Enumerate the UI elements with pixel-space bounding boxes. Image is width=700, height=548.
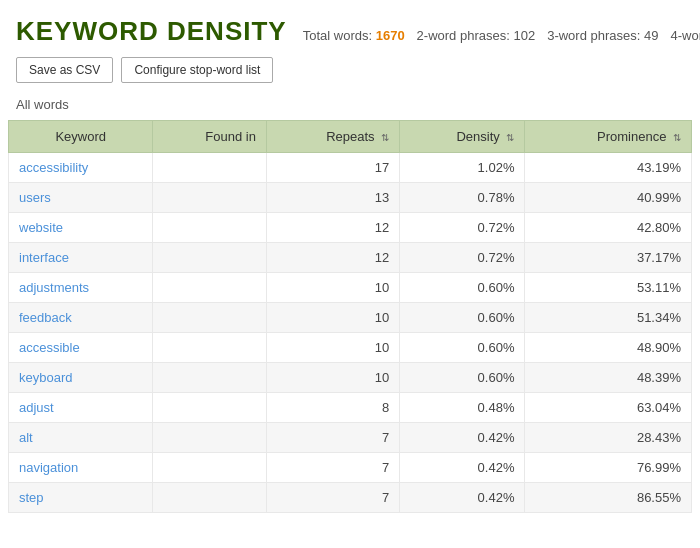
total-words-value: 1670 (376, 28, 405, 43)
phrase4-label: 4-word p (670, 28, 700, 43)
density-cell: 0.60% (400, 273, 525, 303)
density-cell: 0.60% (400, 363, 525, 393)
found-in-cell (153, 363, 267, 393)
table-row: interface120.72%37.17% (9, 243, 692, 273)
keyword-table: Keyword Found in Repeats ⇅ Density ⇅ Pro… (8, 120, 692, 513)
total-words-label: Total words: (303, 28, 372, 43)
density-cell: 0.72% (400, 213, 525, 243)
prominence-cell: 48.39% (525, 363, 692, 393)
col-found-in[interactable]: Found in (153, 121, 267, 153)
prominence-cell: 42.80% (525, 213, 692, 243)
table-row: users130.78%40.99% (9, 183, 692, 213)
stats-bar: Total words: 1670 2-word phrases: 102 3-… (303, 28, 700, 43)
prominence-sort-icon: ⇅ (673, 132, 681, 143)
col-keyword: Keyword (9, 121, 153, 153)
found-in-cell (153, 213, 267, 243)
keyword-cell[interactable]: accessibility (9, 153, 153, 183)
prominence-cell: 37.17% (525, 243, 692, 273)
configure-stopword-button[interactable]: Configure stop-word list (121, 57, 273, 83)
repeats-cell: 13 (266, 183, 399, 213)
keyword-cell[interactable]: adjust (9, 393, 153, 423)
prominence-cell: 40.99% (525, 183, 692, 213)
repeats-cell: 17 (266, 153, 399, 183)
found-in-cell (153, 303, 267, 333)
keyword-table-wrap: Keyword Found in Repeats ⇅ Density ⇅ Pro… (0, 120, 700, 513)
keyword-cell[interactable]: step (9, 483, 153, 513)
density-cell: 0.42% (400, 453, 525, 483)
table-row: website120.72%42.80% (9, 213, 692, 243)
total-words-stat: Total words: 1670 (303, 28, 405, 43)
repeats-cell: 7 (266, 483, 399, 513)
repeats-cell: 10 (266, 363, 399, 393)
prominence-cell: 51.34% (525, 303, 692, 333)
density-cell: 0.42% (400, 423, 525, 453)
prominence-cell: 86.55% (525, 483, 692, 513)
found-in-cell (153, 153, 267, 183)
keyword-cell[interactable]: interface (9, 243, 153, 273)
density-cell: 0.72% (400, 243, 525, 273)
density-label: Density (456, 129, 499, 144)
keyword-cell[interactable]: navigation (9, 453, 153, 483)
keyword-cell[interactable]: adjustments (9, 273, 153, 303)
phrase3-stat: 3-word phrases: 49 (547, 28, 658, 43)
repeats-cell: 7 (266, 423, 399, 453)
repeats-cell: 10 (266, 273, 399, 303)
table-row: alt70.42%28.43% (9, 423, 692, 453)
col-density[interactable]: Density ⇅ (400, 121, 525, 153)
keyword-cell[interactable]: accessible (9, 333, 153, 363)
col-repeats[interactable]: Repeats ⇅ (266, 121, 399, 153)
found-in-cell (153, 243, 267, 273)
table-row: keyboard100.60%48.39% (9, 363, 692, 393)
density-cell: 0.48% (400, 393, 525, 423)
density-cell: 0.42% (400, 483, 525, 513)
toolbar: Save as CSV Configure stop-word list (0, 57, 700, 93)
keyword-cell[interactable]: alt (9, 423, 153, 453)
found-in-cell (153, 483, 267, 513)
repeats-cell: 10 (266, 303, 399, 333)
table-header-row: Keyword Found in Repeats ⇅ Density ⇅ Pro… (9, 121, 692, 153)
prominence-cell: 48.90% (525, 333, 692, 363)
found-in-cell (153, 423, 267, 453)
save-csv-button[interactable]: Save as CSV (16, 57, 113, 83)
keyword-cell[interactable]: keyboard (9, 363, 153, 393)
repeats-cell: 7 (266, 453, 399, 483)
found-in-cell (153, 333, 267, 363)
keyword-cell[interactable]: website (9, 213, 153, 243)
keyword-cell[interactable]: feedback (9, 303, 153, 333)
density-cell: 1.02% (400, 153, 525, 183)
table-row: accessible100.60%48.90% (9, 333, 692, 363)
prominence-cell: 43.19% (525, 153, 692, 183)
prominence-cell: 76.99% (525, 453, 692, 483)
phrase3-label: 3-word phrases: (547, 28, 640, 43)
found-in-cell (153, 273, 267, 303)
col-prominence[interactable]: Prominence ⇅ (525, 121, 692, 153)
keyword-cell[interactable]: users (9, 183, 153, 213)
table-row: adjust80.48%63.04% (9, 393, 692, 423)
repeats-sort-icon: ⇅ (381, 132, 389, 143)
phrase2-value: 102 (513, 28, 535, 43)
density-cell: 0.78% (400, 183, 525, 213)
density-sort-icon: ⇅ (506, 132, 514, 143)
page-header: KEYWORD DENSITY Total words: 1670 2-word… (0, 0, 700, 57)
prominence-cell: 53.11% (525, 273, 692, 303)
found-in-cell (153, 393, 267, 423)
found-in-cell (153, 453, 267, 483)
density-cell: 0.60% (400, 333, 525, 363)
phrase3-value: 49 (644, 28, 658, 43)
table-row: adjustments100.60%53.11% (9, 273, 692, 303)
repeats-cell: 12 (266, 213, 399, 243)
page-title: KEYWORD DENSITY (16, 16, 287, 47)
prominence-cell: 28.43% (525, 423, 692, 453)
table-row: accessibility171.02%43.19% (9, 153, 692, 183)
repeats-cell: 10 (266, 333, 399, 363)
phrase2-stat: 2-word phrases: 102 (417, 28, 536, 43)
table-row: step70.42%86.55% (9, 483, 692, 513)
found-in-cell (153, 183, 267, 213)
table-row: navigation70.42%76.99% (9, 453, 692, 483)
section-label: All words (0, 93, 700, 120)
repeats-cell: 8 (266, 393, 399, 423)
phrase2-label: 2-word phrases: (417, 28, 510, 43)
prominence-cell: 63.04% (525, 393, 692, 423)
density-cell: 0.60% (400, 303, 525, 333)
phrase4-stat: 4-word p (670, 28, 700, 43)
